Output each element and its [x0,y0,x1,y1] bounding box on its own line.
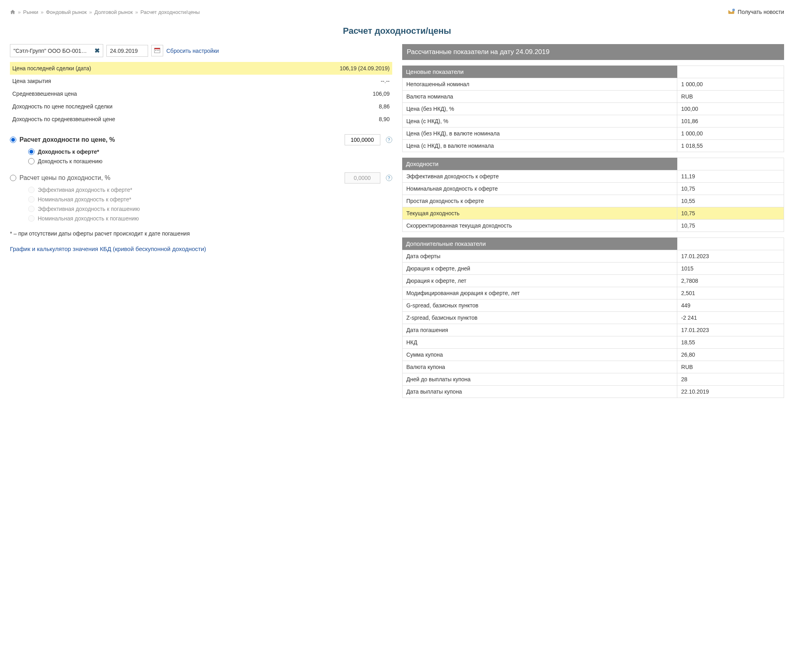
row-value: RUB [677,361,784,373]
footnote: * – при отсутствии даты оферты расчет пр… [10,230,392,237]
price-input[interactable] [345,134,380,145]
row-value: 10,75 [677,183,784,195]
news-subscribe-link[interactable]: Получать новости [727,8,784,16]
clear-instrument-icon[interactable]: ✖ [94,47,100,54]
eff-yield-redeem-label: Эффективная доходность к погашению [38,206,140,212]
row-value: 10,75 [677,220,784,232]
header-spacer [677,238,784,250]
row-value: 1015 [677,263,784,275]
header-spacer [677,158,784,170]
info-value: --.-- [263,75,392,87]
help-icon[interactable]: ? [386,175,392,181]
row-label: Скорректированная текущая доходность [402,220,677,232]
row-value: 1 018,55 [677,140,784,152]
kbd-link[interactable]: График и калькулятор значения КБД (криво… [10,245,206,252]
svg-rect-3 [154,48,160,49]
table-row: Номинальная доходность к оферте10,75 [402,183,784,195]
info-label: Доходность по цене последней сделки [10,100,263,113]
table-row: Дюрация к оферте, лет2,7808 [402,275,784,287]
row-label: Цена (без НКД), % [402,103,677,115]
table-row: Цена (с НКД), в валюте номинала1 018,55 [402,140,784,152]
row-value: 17.01.2023 [677,250,784,263]
row-value: 10,55 [677,195,784,207]
news-icon [727,8,735,16]
eff-yield-redeem-row: Эффективная доходность к погашению [10,204,392,214]
yield-to-redeem-label: Доходность к погашению [38,158,102,164]
info-row: Доходность по цене последней сделки8,86 [10,100,392,113]
table-row: Модифицированная дюрация к оферте, лет2,… [402,287,784,299]
breadcrumb-item[interactable]: Долговой рынок [94,9,133,15]
info-value: 8,86 [263,100,392,113]
nom-yield-offer-radio[interactable] [28,196,35,203]
row-value: 101,86 [677,115,784,127]
info-label: Средневзвешенная цена [10,87,263,100]
row-label: G-spread, базисных пунктов [402,299,677,312]
breadcrumb-sep: » [89,9,92,15]
breadcrumb-item[interactable]: Фондовый рынок [46,9,87,15]
calendar-icon [154,47,160,54]
calc-by-price-radio[interactable] [10,137,16,143]
svg-point-1 [732,9,735,12]
row-label: Дата оферты [402,250,677,263]
price-section-header: Ценовые показатели [402,66,677,78]
breadcrumb-item[interactable]: Рынки [23,9,38,15]
row-label: Цена (с НКД), % [402,115,677,127]
table-row: Сумма купона26,80 [402,349,784,361]
row-value: 1 000,00 [677,78,784,91]
home-icon[interactable] [10,9,15,15]
breadcrumb-current: Расчет доходности/цены [141,9,200,15]
calendar-button[interactable] [151,45,163,56]
row-value: 11,19 [677,170,784,183]
instrument-picker[interactable]: "Сэтл-Групп" ООО БО-001… ✖ [10,44,103,57]
row-label: Дата погашения [402,324,677,336]
row-label: НКД [402,336,677,349]
calc-by-price-label: Расчет доходности по цене, % [19,136,115,143]
yield-to-offer-label: Доходность к оферте* [38,149,99,155]
calc-by-price-row: Расчет доходности по цене, % ? [10,133,392,147]
row-value: 10,75 [677,207,784,220]
page-title: Расчет доходности/цены [10,26,784,36]
yield-to-offer-row: Доходность к оферте* [10,147,392,156]
eff-yield-offer-label: Эффективная доходность к оферте* [38,187,132,193]
row-label: Дата выплаты купона [402,386,677,398]
table-row: Дата погашения17.01.2023 [402,324,784,336]
row-label: Цена (с НКД), в валюте номинала [402,140,677,152]
date-input[interactable]: 24.09.2019 [106,45,148,57]
row-label: Валюта купона [402,361,677,373]
row-label: Цена (без НКД), в валюте номинала [402,127,677,140]
table-row: Текущая доходность10,75 [402,207,784,220]
row-label: Дюрация к оферте, дней [402,263,677,275]
info-row: Цена последней сделки (дата)106,19 (24.0… [10,62,392,75]
yield-to-redeem-row: Доходность к погашению [10,156,392,166]
info-label: Цена закрытия [10,75,263,87]
nom-yield-redeem-radio[interactable] [28,215,35,222]
table-row: Дата оферты17.01.2023 [402,250,784,263]
extra-section-header: Дополнительные показатели [402,238,677,250]
nom-yield-redeem-row: Номинальная доходность к погашению [10,214,392,223]
table-row: Скорректированная текущая доходность10,7… [402,220,784,232]
yield-to-redeem-radio[interactable] [28,158,35,164]
table-row: Дней до выплаты купона28 [402,373,784,386]
breadcrumb: » Рынки » Фондовый рынок » Долговой рыно… [10,9,200,15]
table-row: Z-spread, базисных пунктов-2 241 [402,312,784,324]
info-label: Доходность по средневзвешенной цене [10,113,263,126]
row-value: 18,55 [677,336,784,349]
eff-yield-redeem-radio[interactable] [28,206,35,212]
row-value: 28 [677,373,784,386]
yield-table: Эффективная доходность к оферте11,19Номи… [402,170,784,232]
calc-by-yield-radio[interactable] [10,175,16,181]
calc-by-yield-label: Расчет цены по доходности, % [19,174,110,182]
help-icon[interactable]: ? [386,137,392,143]
reset-link[interactable]: Сбросить настройки [166,48,219,54]
info-value: 8,90 [263,113,392,126]
table-row: G-spread, базисных пунктов449 [402,299,784,312]
yield-to-offer-radio[interactable] [28,149,35,155]
row-label: Простая доходность к оферте [402,195,677,207]
svg-rect-5 [157,50,158,51]
eff-yield-offer-radio[interactable] [28,187,35,193]
info-row: Цена закрытия--.-- [10,75,392,87]
nom-yield-redeem-label: Номинальная доходность к погашению [38,215,139,222]
row-value: 2,501 [677,287,784,299]
row-value: 22.10.2019 [677,386,784,398]
row-value: 26,80 [677,349,784,361]
